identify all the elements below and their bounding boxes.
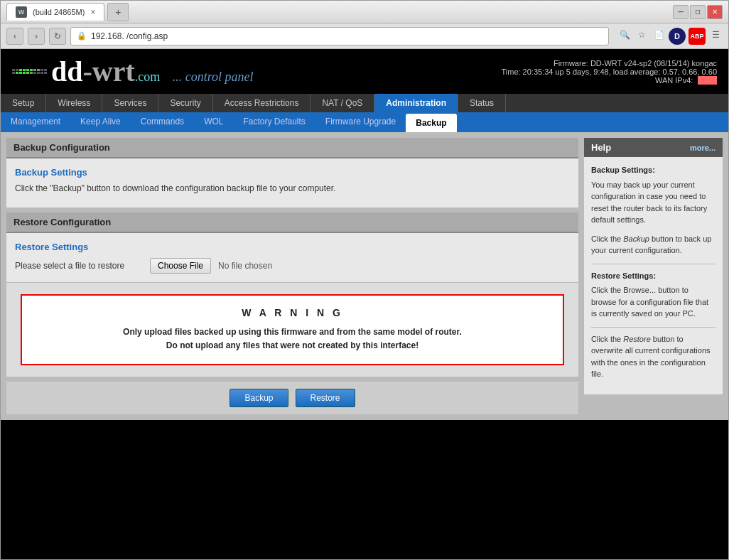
abp-icon[interactable]: ABP — [688, 28, 706, 45]
backup-settings-body: Backup Settings Click the "Backup" butto… — [6, 158, 578, 208]
backup-btn[interactable]: Backup — [230, 389, 288, 407]
restore-btn[interactable]: Restore — [296, 389, 355, 407]
subtab-management[interactable]: Management — [1, 112, 70, 132]
restore-settings-label: Restore Settings — [15, 242, 570, 252]
help-body: Backup Settings: You may back up your cu… — [584, 157, 723, 394]
star-icon[interactable]: ☆ — [634, 28, 649, 42]
subtab-wol[interactable]: WOL — [194, 112, 233, 132]
help-divider1 — [591, 264, 716, 264]
warning-title: W A R N I N G — [33, 307, 551, 318]
content-wrapper: Backup Configuration Backup Settings Cli… — [1, 132, 728, 420]
nav-icons: 🔍 ☆ 📄 D ABP ☰ — [617, 28, 723, 45]
logo-area: dd-wrt.com ... control panel — [12, 55, 253, 88]
close-btn[interactable]: ✕ — [707, 5, 723, 19]
help-backup-title: Backup Settings: — [591, 164, 716, 176]
warning-container: W A R N I N G Only upload files backed u… — [6, 283, 578, 377]
tab-nat[interactable]: NAT / QoS — [310, 94, 374, 112]
help-header: Help more... — [584, 138, 723, 157]
window-controls: ─ □ ✕ — [673, 5, 723, 19]
tab-setup[interactable]: Setup — [1, 94, 46, 112]
help-title: Help — [591, 142, 611, 153]
backup-settings-text: Click the "Backup" button to download th… — [15, 183, 570, 193]
router-header: dd-wrt.com ... control panel Firmware: D… — [1, 49, 728, 94]
tab-status[interactable]: Status — [458, 94, 506, 112]
menu-icon[interactable]: ☰ — [708, 28, 723, 42]
tab-security[interactable]: Security — [158, 94, 212, 112]
logo-dotcom: .com — [135, 70, 161, 84]
search-icon[interactable]: 🔍 — [617, 28, 632, 42]
subtab-backup[interactable]: Backup — [406, 114, 456, 132]
file-select-row: Please select a file to restore Choose F… — [15, 258, 570, 274]
subtab-commands[interactable]: Commands — [131, 112, 194, 132]
minimize-btn[interactable]: ─ — [673, 5, 688, 19]
time-text: Time: 20:35:34 up 5 days, 9:48, load ave… — [501, 68, 717, 76]
address-text: 192.168. /config.asp — [91, 31, 168, 41]
restore-section: Restore Configuration Restore Settings P… — [6, 212, 578, 377]
firmware-info: Firmware: DD-WRT v24-sp2 (08/15/14) kong… — [501, 59, 717, 85]
wan-info: WAN IPv4: ■■■■ — [501, 76, 717, 85]
logo-wrt: wrt — [92, 55, 135, 87]
logo-dd: dd — [51, 55, 83, 87]
help-backup-text1: You may back up your current configurati… — [591, 179, 716, 226]
firmware-text: Firmware: DD-WRT v24-sp2 (08/15/14) kong… — [501, 59, 717, 68]
title-bar: W (build 24865M) × + ─ □ ✕ — [1, 1, 728, 23]
logo-text: dd-wrt.com ... control panel — [51, 55, 253, 88]
tab-title: (build 24865M) — [33, 8, 85, 16]
help-restore-title: Restore Settings: — [591, 270, 716, 282]
nav-bar: ‹ › ↻ 🔒 192.168. /config.asp 🔍 ☆ 📄 D ABP… — [1, 23, 728, 49]
router-page: dd-wrt.com ... control panel Firmware: D… — [1, 49, 728, 559]
wan-label: WAN IPv4: — [655, 76, 693, 85]
subtab-firmware[interactable]: Firmware Upgrade — [315, 112, 406, 132]
help-backup-text2: Click the Backup button to back up your … — [591, 233, 716, 257]
help-restore-text2: Click the Restore button to overwrite al… — [591, 333, 716, 380]
warning-text: Only upload files backed up using this f… — [33, 325, 551, 352]
help-sidebar: Help more... Backup Settings: You may ba… — [584, 138, 723, 414]
help-more-link[interactable]: more... — [690, 144, 716, 152]
tab-close-btn[interactable]: × — [90, 7, 95, 17]
subtab-keepalive[interactable]: Keep Alive — [70, 112, 131, 132]
wan-ip: ■■■■ — [698, 76, 717, 85]
browser-window: W (build 24865M) × + ─ □ ✕ ‹ › ↻ 🔒 192.1… — [0, 0, 729, 560]
new-tab-btn[interactable]: + — [107, 3, 129, 21]
d-icon[interactable]: D — [669, 28, 686, 45]
backup-settings-label: Backup Settings — [15, 167, 570, 178]
warning-line2: Do not upload any files that were not cr… — [166, 340, 418, 350]
logo-hyphen: - — [83, 55, 92, 87]
tab-access[interactable]: Access Restrictions — [213, 94, 311, 112]
warning-line1: Only upload files backed up using this f… — [123, 327, 462, 337]
signal-bars — [12, 69, 47, 74]
no-file-text: No file chosen — [218, 261, 272, 271]
main-content: Backup Configuration Backup Settings Cli… — [6, 138, 578, 414]
subtab-factory[interactable]: Factory Defaults — [233, 112, 315, 132]
file-select-label: Please select a file to restore — [15, 261, 143, 271]
address-bar-container[interactable]: 🔒 192.168. /config.asp — [70, 27, 609, 45]
browser-tab[interactable]: W (build 24865M) × — [6, 3, 104, 21]
backup-section: Backup Configuration Backup Settings Cli… — [6, 138, 578, 208]
main-nav: Setup Wireless Services Security Access … — [1, 94, 728, 112]
tab-wireless[interactable]: Wireless — [46, 94, 102, 112]
action-buttons: Backup Restore — [6, 381, 578, 414]
choose-file-btn[interactable]: Choose File — [150, 258, 211, 274]
help-divider2 — [591, 327, 716, 328]
warning-box: W A R N I N G Only upload files backed u… — [21, 294, 564, 365]
tab-favicon: W — [16, 6, 27, 18]
logo-subtitle: ... control panel — [173, 70, 254, 84]
tab-admin[interactable]: Administration — [374, 94, 458, 112]
maximize-btn[interactable]: □ — [690, 5, 706, 19]
help-restore-text1: Click the Browse... button to browse for… — [591, 284, 716, 320]
forward-btn[interactable]: › — [28, 28, 45, 45]
restore-settings-body: Restore Settings Please select a file to… — [6, 233, 578, 283]
restore-config-header: Restore Configuration — [6, 212, 578, 233]
tab-services[interactable]: Services — [102, 94, 158, 112]
refresh-btn[interactable]: ↻ — [49, 28, 66, 45]
back-btn[interactable]: ‹ — [6, 28, 23, 45]
reader-icon[interactable]: 📄 — [652, 28, 666, 42]
sub-nav: Management Keep Alive Commands WOL Facto… — [1, 112, 728, 132]
backup-config-header: Backup Configuration — [6, 138, 578, 158]
